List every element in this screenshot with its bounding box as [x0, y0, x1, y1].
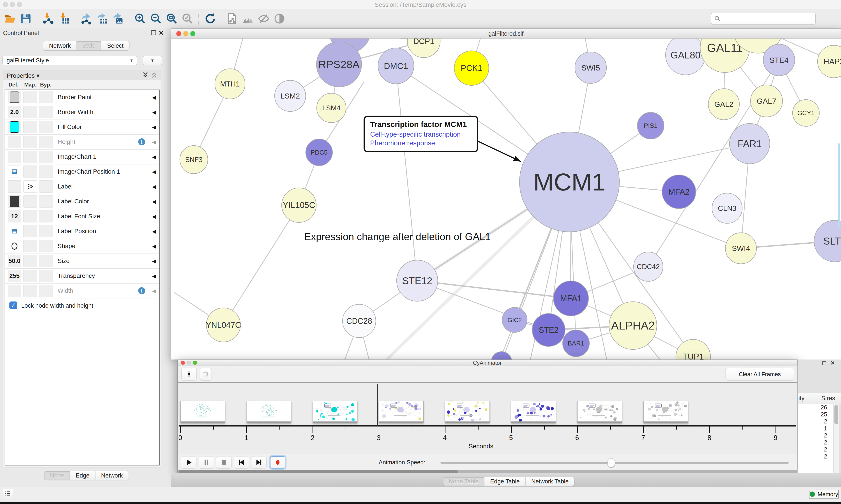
- table-cell[interactable]: 26: [798, 404, 833, 411]
- property-row[interactable]: Border Paint◀: [5, 90, 159, 105]
- export-table-button[interactable]: [95, 12, 109, 25]
- expand-property-icon[interactable]: ◀: [152, 94, 156, 101]
- tab-node-style[interactable]: Node: [44, 471, 70, 480]
- expand-property-icon[interactable]: ◀: [152, 228, 156, 234]
- expand-property-icon[interactable]: ◀: [152, 288, 156, 294]
- property-def-cell[interactable]: [8, 225, 21, 237]
- frame-thumbnail-3[interactable]: [379, 401, 424, 423]
- property-byp-cell[interactable]: [39, 225, 53, 237]
- tab-network[interactable]: Network: [43, 41, 77, 50]
- property-map-cell[interactable]: [23, 136, 37, 148]
- cyanimator-timeline[interactable]: Seconds 0123456789: [178, 383, 797, 454]
- style-options-button[interactable]: ▾: [143, 56, 162, 65]
- expand-all-icon[interactable]: [142, 71, 149, 78]
- property-row[interactable]: Heighti◀: [5, 134, 159, 149]
- table-cell[interactable]: 2: [798, 432, 833, 439]
- property-byp-cell[interactable]: [39, 91, 53, 103]
- save-button[interactable]: [19, 12, 33, 25]
- column-header[interactable]: Stres: [821, 395, 835, 402]
- skip-end-button[interactable]: [251, 456, 267, 469]
- float-panel-icon[interactable]: [151, 30, 156, 35]
- property-map-cell[interactable]: [23, 195, 37, 208]
- expand-property-icon[interactable]: ◀: [152, 139, 156, 145]
- property-def-cell[interactable]: 2.0: [8, 106, 21, 118]
- expand-property-icon[interactable]: ◀: [152, 258, 156, 264]
- search-field[interactable]: [711, 13, 816, 24]
- task-history-button[interactable]: [3, 489, 13, 498]
- property-row[interactable]: 2.0Border Width◀: [5, 105, 159, 120]
- search-network-button[interactable]: [241, 12, 255, 25]
- network-annotation[interactable]: Transcription factor MCM1 Cell-type-spec…: [363, 115, 478, 152]
- tab-style[interactable]: Style: [77, 41, 102, 50]
- lock-size-checkbox[interactable]: ✓: [10, 302, 17, 309]
- record-button[interactable]: [270, 456, 285, 469]
- property-map-cell[interactable]: [23, 285, 37, 297]
- property-row[interactable]: Image/Chart Position 1◀: [5, 164, 159, 179]
- slider-thumb[interactable]: [607, 458, 615, 467]
- property-map-cell[interactable]: [23, 270, 37, 282]
- style-dropdown[interactable]: galFiltered Style ▾: [2, 56, 137, 65]
- network-canvas[interactable]: RPS28BDCP1RPS28ADMC1PCK1MTH1LSM2LSM4SNF3…: [171, 38, 841, 360]
- property-byp-cell[interactable]: [39, 270, 53, 282]
- property-row[interactable]: 50.0Size◀: [5, 254, 159, 269]
- delete-frame-button[interactable]: [200, 368, 211, 380]
- property-row[interactable]: Label Position◀: [5, 224, 159, 239]
- frame-thumbnail-6[interactable]: [577, 401, 622, 423]
- expand-property-icon[interactable]: ◀: [152, 199, 156, 205]
- frame-thumbnail-7[interactable]: [643, 401, 688, 423]
- clear-all-frames-button[interactable]: Clear All Frames: [726, 368, 794, 380]
- tab-network-table[interactable]: Network Table: [526, 477, 574, 486]
- property-def-cell[interactable]: [8, 165, 21, 178]
- expand-property-icon[interactable]: ◀: [152, 243, 156, 249]
- open-folder-button[interactable]: [3, 12, 17, 25]
- tab-node-table[interactable]: Node Table: [443, 477, 484, 486]
- column-header[interactable]: ity: [799, 395, 804, 402]
- property-def-cell[interactable]: [8, 151, 21, 163]
- table-scrollbar[interactable]: [834, 404, 839, 473]
- property-row[interactable]: Label Color◀: [5, 194, 159, 209]
- refresh-layout-button[interactable]: [203, 12, 217, 25]
- export-image-button[interactable]: [111, 12, 125, 25]
- property-row[interactable]: Shape◀: [5, 239, 159, 254]
- property-byp-cell[interactable]: [39, 285, 53, 297]
- property-def-cell[interactable]: [8, 285, 21, 297]
- close-panel-icon[interactable]: ✕: [159, 29, 164, 37]
- play-button[interactable]: [181, 456, 196, 469]
- annotation-link[interactable]: Pheromone response: [370, 139, 472, 147]
- table-cell[interactable]: 2: [798, 418, 833, 425]
- property-map-cell[interactable]: [23, 106, 37, 118]
- property-def-cell[interactable]: [8, 136, 21, 148]
- scrollbar-thumb[interactable]: [835, 405, 838, 424]
- table-cell[interactable]: 2: [798, 453, 833, 460]
- zoom-out-button[interactable]: [149, 12, 163, 25]
- property-byp-cell[interactable]: [39, 255, 53, 267]
- tab-network-style[interactable]: Network: [95, 471, 128, 480]
- property-def-cell[interactable]: [8, 240, 21, 252]
- property-map-cell[interactable]: [23, 121, 37, 133]
- frame-thumbnail-1[interactable]: [247, 401, 291, 423]
- property-row[interactable]: Image/Chart 1◀: [5, 149, 159, 164]
- search-input[interactable]: [723, 15, 812, 22]
- table-cell[interactable]: 25: [798, 411, 833, 418]
- property-row[interactable]: Label◀: [5, 179, 159, 194]
- property-def-cell[interactable]: 50.0: [8, 255, 21, 267]
- network-text-annotation[interactable]: Expression change after deletion of GAL1: [304, 231, 491, 242]
- hide-graphics-button[interactable]: [257, 12, 270, 25]
- property-row[interactable]: 12Label Font Size◀: [5, 209, 159, 224]
- property-map-cell[interactable]: [23, 91, 37, 103]
- annotation-link[interactable]: Cell-type-specific transcription: [370, 130, 472, 138]
- memory-button[interactable]: Memory: [809, 490, 839, 499]
- property-byp-cell[interactable]: [39, 136, 53, 148]
- export-network-button[interactable]: [79, 12, 93, 25]
- expand-property-icon[interactable]: ◀: [152, 169, 156, 175]
- property-map-cell[interactable]: [23, 225, 37, 237]
- property-def-cell[interactable]: 12: [8, 210, 21, 222]
- skip-start-button[interactable]: [234, 456, 249, 469]
- property-map-cell[interactable]: [23, 180, 37, 193]
- property-def-cell[interactable]: 255: [8, 270, 21, 282]
- cyanimator-titlebar[interactable]: CyAnimator: [178, 360, 797, 366]
- property-byp-cell[interactable]: [39, 121, 53, 133]
- table-cell[interactable]: 1: [798, 425, 833, 432]
- property-row[interactable]: Widthi◀: [5, 284, 159, 299]
- property-byp-cell[interactable]: [39, 180, 53, 193]
